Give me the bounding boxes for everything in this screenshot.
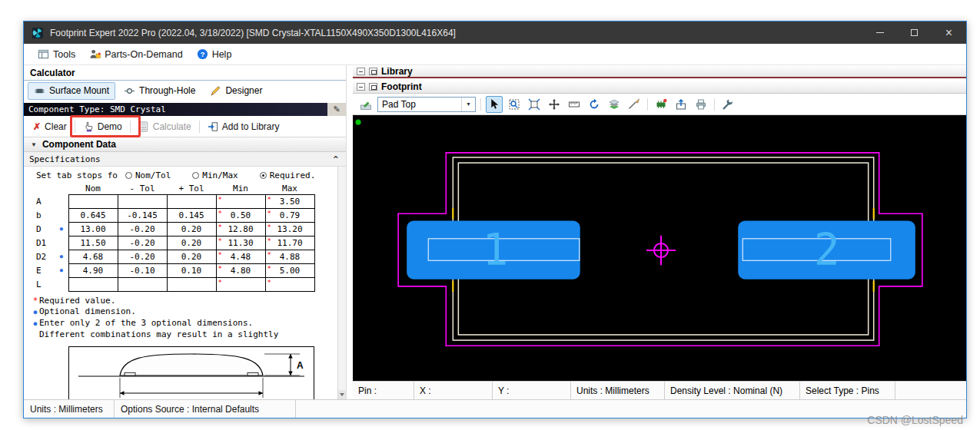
window-title: Footprint Expert 2022 Pro (2022.04, 3/18… [50, 28, 456, 38]
separator [714, 98, 715, 111]
menu-parts-on-demand[interactable]: Parts-On-Demand [85, 45, 187, 63]
maximize-button[interactable] [897, 22, 932, 44]
neg-tol-cell[interactable]: -0.145 [118, 208, 167, 222]
specifications-tab[interactable]: Specifications ^ [24, 152, 346, 167]
min-cell[interactable]: *4.80 [216, 263, 265, 277]
radio-required[interactable]: Required. [260, 170, 316, 180]
watermark: CSDN @LostSpeed [867, 414, 963, 426]
note-optional: ●Optional dimension. [32, 306, 346, 318]
max-cell[interactable]: *0.79 [265, 208, 314, 222]
add-to-library-button[interactable]: Add to Library [203, 119, 284, 134]
collapse-icon[interactable] [357, 68, 365, 75]
settings-wrench-icon[interactable] [719, 96, 736, 113]
neg-tol-cell[interactable]: -0.20 [118, 250, 167, 263]
origin-crosshair [646, 236, 676, 266]
min-cell[interactable]: * [216, 194, 265, 208]
required-star: * [218, 197, 222, 203]
scroll-down-button[interactable] [338, 390, 346, 399]
pos-tol-cell[interactable]: 0.20 [167, 250, 216, 263]
refresh-icon[interactable] [586, 96, 603, 113]
float-window-icon[interactable] [369, 83, 377, 91]
float-window-icon[interactable] [369, 68, 377, 75]
nom-cell[interactable] [68, 194, 118, 208]
min-cell[interactable]: *0.50 [216, 208, 265, 222]
max-cell[interactable]: *5.00 [265, 263, 314, 277]
close-button[interactable]: × [932, 22, 966, 44]
statusbar-units: Units : Millimeters [24, 400, 115, 418]
max-cell[interactable]: *13.20 [265, 222, 314, 236]
footprint-panel-bar[interactable]: Footprint [353, 81, 966, 94]
pos-tol-cell[interactable]: 0.10 [167, 263, 216, 277]
neg-tol-cell[interactable]: -0.20 [118, 236, 167, 250]
panel-splitter[interactable] [347, 65, 353, 399]
max-cell[interactable]: *11.70 [265, 236, 314, 250]
clear-button[interactable]: ✗ Clear [28, 119, 71, 134]
pad-layer-select[interactable]: Pad Top ▼ [377, 97, 476, 112]
left-panel-scrollbar[interactable] [337, 167, 346, 399]
tab-designer[interactable]: Designer [204, 82, 268, 100]
draft-angle-icon[interactable] [626, 96, 643, 113]
neg-tol-cell[interactable] [118, 194, 167, 208]
menu-tools[interactable]: Tools [33, 45, 80, 63]
through-hole-icon [124, 85, 135, 97]
status-units: Units : Millimeters [571, 382, 665, 399]
neg-tol-cell[interactable] [118, 277, 167, 291]
zoom-extents-icon[interactable] [526, 96, 543, 113]
min-cell[interactable]: *12.80 [216, 222, 265, 236]
menu-help[interactable]: ? Help [192, 45, 237, 63]
pan-icon[interactable] [546, 96, 563, 113]
footprint-new-icon[interactable] [653, 96, 669, 113]
collapse-triangle-icon: ▼ [31, 141, 37, 148]
nom-cell[interactable]: 13.00 [68, 222, 118, 236]
component-data-header[interactable]: ▼ Component Data [24, 137, 346, 152]
dim-label-d2: D2 [178, 397, 191, 399]
nom-cell[interactable]: 4.90 [68, 263, 118, 277]
nom-cell[interactable] [68, 277, 118, 291]
neg-tol-cell[interactable]: -0.10 [118, 263, 167, 277]
minimize-button[interactable] [862, 22, 897, 44]
measure-ruler-icon[interactable] [566, 96, 583, 113]
sketch-button[interactable]: ✎ [327, 103, 346, 116]
pos-tol-cell[interactable]: 0.145 [167, 208, 216, 222]
help-icon: ? [197, 48, 208, 60]
library-panel-title: Library [381, 66, 413, 77]
radio-circle [192, 172, 199, 179]
footprint-panel-title: Footprint [381, 81, 422, 92]
print-icon[interactable] [693, 96, 709, 113]
min-cell[interactable]: * [216, 277, 265, 291]
pos-tol-cell[interactable]: 0.20 [167, 222, 216, 236]
pos-tol-cell[interactable]: 0.20 [167, 236, 216, 250]
required-star: * [267, 280, 271, 286]
pad-layer-icon[interactable] [357, 96, 374, 113]
nom-cell[interactable]: 11.50 [68, 236, 118, 250]
nom-cell[interactable]: 0.645 [68, 208, 118, 222]
titlebar[interactable]: Footprint Expert 2022 Pro (2022.04, 3/18… [24, 22, 966, 44]
spec-row-L: L * * [35, 277, 314, 291]
calculate-button[interactable]: Calculate [134, 119, 196, 134]
radio-min-max[interactable]: Min/Max [192, 170, 238, 180]
select-cursor-icon[interactable] [486, 96, 503, 113]
min-cell[interactable]: *4.48 [216, 250, 265, 263]
collapse-chevron-icon[interactable]: ^ [331, 154, 341, 164]
clear-x-icon: ✗ [33, 121, 41, 132]
pos-tol-cell[interactable] [167, 194, 216, 208]
tab-surface-mount[interactable]: Surface Mount [28, 82, 115, 100]
export-icon[interactable] [673, 96, 689, 113]
zoom-window-icon[interactable] [506, 96, 523, 113]
footprint-canvas[interactable]: 1 2 [353, 115, 966, 381]
col-header-max: Max [265, 183, 314, 194]
radio-nom-tol[interactable]: Nom/Tol [125, 170, 171, 180]
max-cell[interactable]: * [265, 277, 314, 291]
layers-icon[interactable] [606, 96, 623, 113]
pos-tol-cell[interactable] [167, 277, 216, 291]
max-cell[interactable]: *3.50 [265, 194, 314, 208]
max-cell[interactable]: *4.88 [265, 250, 314, 263]
min-cell[interactable]: *11.30 [216, 236, 265, 250]
neg-tol-cell[interactable]: -0.20 [118, 222, 167, 236]
tab-through-hole[interactable]: Through-Hole [118, 82, 201, 100]
calculator-panel-title: Calculator [24, 65, 346, 81]
library-panel-bar[interactable]: Library [353, 65, 966, 78]
collapse-icon[interactable] [357, 83, 365, 91]
nom-cell[interactable]: 4.68 [68, 250, 118, 263]
demo-button[interactable]: Demo [78, 119, 127, 134]
